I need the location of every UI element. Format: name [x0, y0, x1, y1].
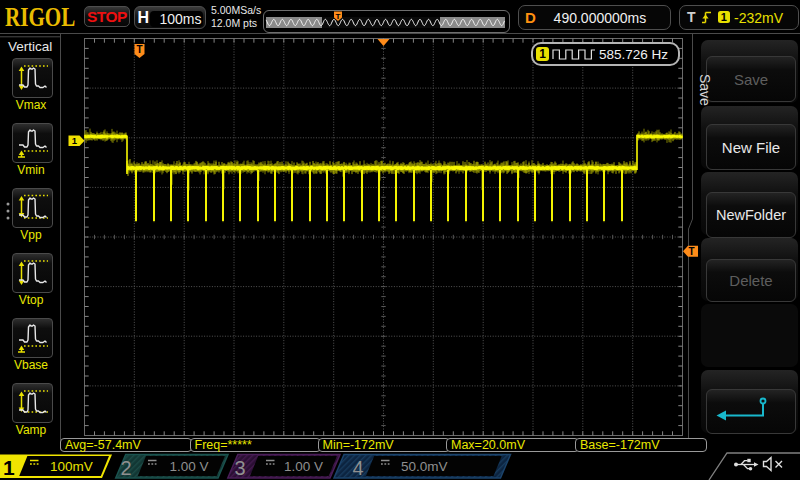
svg-text:2: 2 — [121, 457, 132, 479]
svg-text:100mV: 100mV — [50, 459, 93, 474]
svg-text:3: 3 — [235, 457, 246, 479]
svg-text:1.00 V: 1.00 V — [170, 459, 209, 474]
svg-text:1: 1 — [3, 456, 15, 479]
svg-text:50.0mV: 50.0mV — [401, 459, 448, 474]
svg-text:4: 4 — [353, 457, 364, 479]
svg-text:1.00 V: 1.00 V — [284, 459, 323, 474]
